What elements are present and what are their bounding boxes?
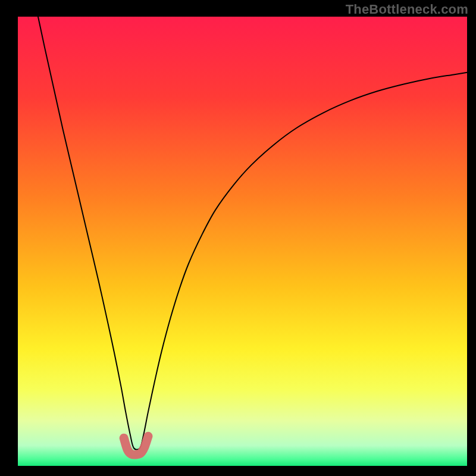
watermark-text: TheBottleneck.com bbox=[346, 2, 468, 17]
svg-rect-0 bbox=[18, 17, 467, 466]
bottleneck-plot bbox=[18, 17, 467, 466]
chart-frame: TheBottleneck.com bbox=[0, 0, 476, 476]
